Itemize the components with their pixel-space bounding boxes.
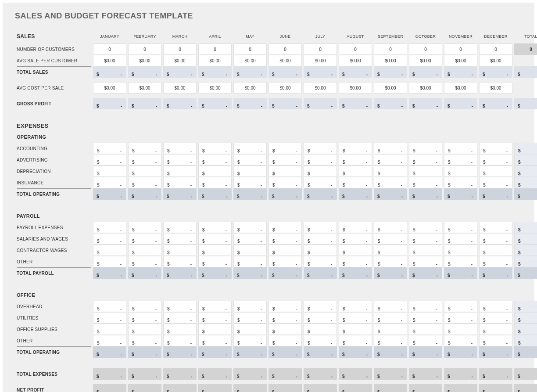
- cell[interactable]: $-: [374, 233, 407, 245]
- cell[interactable]: $-: [128, 324, 161, 335]
- cell[interactable]: $0.00: [128, 55, 161, 66]
- cell[interactable]: $-: [374, 324, 407, 335]
- cell[interactable]: $-: [444, 312, 477, 324]
- cell[interactable]: $0.00: [374, 82, 407, 94]
- cell[interactable]: $-: [374, 177, 407, 188]
- cell[interactable]: $0.00: [268, 55, 302, 66]
- cell[interactable]: $-: [444, 324, 477, 335]
- cell[interactable]: $0.00: [374, 55, 407, 66]
- cell[interactable]: $-: [374, 256, 407, 267]
- cell[interactable]: $-: [409, 324, 442, 335]
- cell[interactable]: $-: [93, 222, 126, 233]
- cell[interactable]: $-: [233, 301, 267, 312]
- cell[interactable]: $-: [409, 245, 442, 256]
- cell[interactable]: $-: [163, 324, 197, 335]
- cell[interactable]: 0: [163, 43, 197, 55]
- cell[interactable]: 0: [479, 43, 512, 55]
- cell[interactable]: $-: [339, 324, 372, 335]
- cell[interactable]: $-: [233, 335, 267, 346]
- cell[interactable]: $-: [163, 335, 197, 346]
- cell[interactable]: $0.00: [93, 55, 126, 66]
- cell[interactable]: $-: [444, 154, 477, 165]
- cell[interactable]: $-: [198, 245, 232, 256]
- cell[interactable]: $-: [304, 312, 337, 324]
- cell[interactable]: $-: [444, 177, 477, 188]
- cell[interactable]: $-: [268, 324, 302, 335]
- cell[interactable]: $-: [304, 154, 337, 165]
- cell[interactable]: $-: [374, 335, 407, 346]
- cell[interactable]: $-: [93, 143, 126, 154]
- cell[interactable]: $-: [479, 233, 512, 245]
- cell[interactable]: $-: [163, 245, 197, 256]
- cell[interactable]: $-: [479, 143, 512, 154]
- cell[interactable]: 0: [198, 43, 232, 55]
- cell[interactable]: $-: [374, 301, 407, 312]
- cell[interactable]: $0.00: [339, 82, 372, 94]
- cell[interactable]: $-: [479, 256, 512, 267]
- cell[interactable]: $-: [444, 233, 477, 245]
- cell[interactable]: $-: [163, 312, 197, 324]
- cell[interactable]: $-: [268, 143, 302, 154]
- cell[interactable]: $-: [409, 335, 442, 346]
- cell[interactable]: $-: [198, 324, 232, 335]
- cell[interactable]: $-: [93, 335, 126, 346]
- cell[interactable]: $-: [93, 165, 126, 177]
- cell[interactable]: $-: [444, 222, 477, 233]
- cell[interactable]: $-: [93, 177, 126, 188]
- cell[interactable]: $-: [128, 335, 161, 346]
- cell[interactable]: $-: [233, 154, 267, 165]
- cell[interactable]: $-: [374, 154, 407, 165]
- cell[interactable]: $-: [479, 312, 512, 324]
- cell[interactable]: $0.00: [339, 55, 372, 66]
- cell[interactable]: $-: [479, 301, 512, 312]
- cell[interactable]: $-: [268, 256, 302, 267]
- cell[interactable]: $-: [339, 177, 372, 188]
- cell[interactable]: $-: [304, 335, 337, 346]
- cell[interactable]: $-: [163, 222, 197, 233]
- cell[interactable]: $-: [304, 222, 337, 233]
- cell[interactable]: $-: [409, 165, 442, 177]
- cell[interactable]: $-: [304, 324, 337, 335]
- cell[interactable]: $-: [198, 165, 232, 177]
- cell[interactable]: $-: [479, 324, 512, 335]
- cell[interactable]: $-: [374, 143, 407, 154]
- cell[interactable]: $-: [233, 233, 267, 245]
- cell[interactable]: $-: [409, 177, 442, 188]
- cell[interactable]: $-: [128, 245, 161, 256]
- cell[interactable]: $-: [339, 335, 372, 346]
- cell[interactable]: $-: [339, 165, 372, 177]
- cell[interactable]: $-: [444, 256, 477, 267]
- cell[interactable]: $-: [163, 143, 197, 154]
- cell[interactable]: $-: [163, 256, 197, 267]
- cell[interactable]: $0.00: [233, 82, 267, 94]
- cell[interactable]: $-: [233, 222, 267, 233]
- cell[interactable]: $-: [233, 165, 267, 177]
- cell[interactable]: $-: [233, 177, 267, 188]
- cell[interactable]: $-: [233, 143, 267, 154]
- cell[interactable]: $-: [198, 177, 232, 188]
- cell[interactable]: $-: [198, 233, 232, 245]
- cell[interactable]: $0.00: [163, 55, 197, 66]
- cell[interactable]: $-: [163, 233, 197, 245]
- cell[interactable]: $-: [409, 143, 442, 154]
- cell[interactable]: 0: [233, 43, 267, 55]
- cell[interactable]: $-: [128, 233, 161, 245]
- cell[interactable]: $-: [93, 245, 126, 256]
- cell[interactable]: $-: [444, 165, 477, 177]
- cell[interactable]: $0.00: [128, 82, 161, 94]
- cell[interactable]: $-: [479, 222, 512, 233]
- cell[interactable]: $-: [374, 222, 407, 233]
- cell[interactable]: $-: [444, 245, 477, 256]
- cell[interactable]: $-: [479, 177, 512, 188]
- cell[interactable]: $-: [268, 154, 302, 165]
- cell[interactable]: $-: [233, 312, 267, 324]
- cell[interactable]: $-: [339, 154, 372, 165]
- cell[interactable]: $0.00: [163, 82, 197, 94]
- cell[interactable]: $0.00: [233, 55, 267, 66]
- cell[interactable]: $-: [339, 233, 372, 245]
- cell[interactable]: $0.00: [304, 55, 337, 66]
- cell[interactable]: $-: [479, 165, 512, 177]
- cell[interactable]: 0: [304, 43, 337, 55]
- cell[interactable]: $-: [304, 177, 337, 188]
- cell[interactable]: $-: [268, 233, 302, 245]
